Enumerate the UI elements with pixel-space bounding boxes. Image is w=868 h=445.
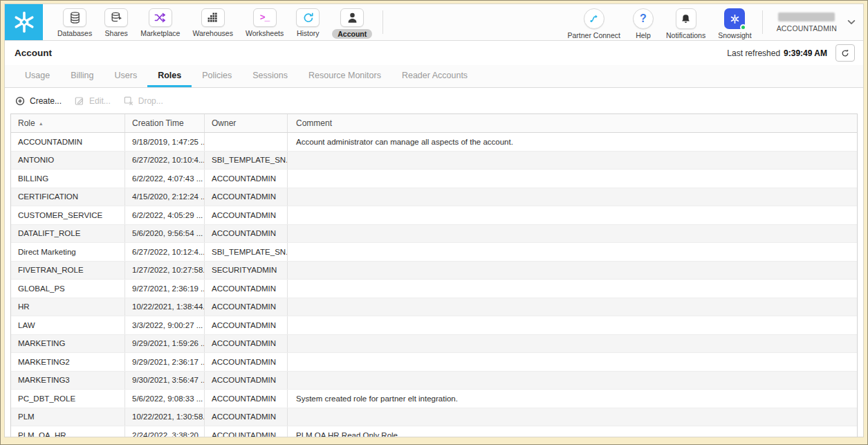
cell-comment [288,243,857,261]
table-row[interactable]: PLM 10/22/2021, 1:30:58... ACCOUNTADMIN [11,408,857,427]
last-refreshed-time: 9:39:49 AM [784,48,827,58]
table-row[interactable]: GLOBAL_PS 9/27/2021, 2:36:19 ... ACCOUNT… [11,280,857,298]
table-row[interactable]: PLM_QA_HR 2/24/2022, 3:38:20... ACCOUNTA… [11,426,857,437]
roles-toolbar: Create... Edit... Drop... [5,88,863,113]
cell-owner: ACCOUNTADMIN [205,225,288,243]
history-circular-arrow-icon [296,8,320,27]
cell-comment: System created role for partner elt inte… [288,390,857,408]
table-row[interactable]: HR 10/22/2021, 1:38:44... ACCOUNTADMIN [11,298,857,317]
nav-spacer [387,4,561,40]
cell-creation-time: 9/30/2021, 3:56:47 ... [125,372,205,390]
cell-creation-time: 9/29/2021, 1:59:26 ... [125,335,205,353]
tab-resource-monitors[interactable]: Resource Monitors [298,65,391,87]
chevron-down-icon[interactable] [847,17,856,27]
user-current-role: ACCOUNTADMIN [777,24,837,33]
sort-asc-icon: ▲ [39,121,44,126]
cell-owner [205,133,288,151]
nav-item-notifications[interactable]: Notifications [660,8,712,40]
cell-comment [288,372,857,390]
snowflake-icon [12,10,37,35]
refresh-area: Last refreshed 9:39:49 AM [727,44,855,62]
table-row[interactable]: CUSTOMER_SERVICE 6/2/2022, 4:05:29 ... A… [11,206,857,225]
cell-role: MARKETING [11,335,125,353]
warehouses-grid-icon [201,8,225,27]
cell-role: GLOBAL_PS [11,280,125,298]
edit-button[interactable]: Edit... [74,96,111,107]
cell-role: LAW [11,316,125,334]
tab-billing[interactable]: Billing [60,65,104,87]
nav-label-marketplace: Marketplace [140,29,180,37]
nav-label-partner-connect: Partner Connect [568,31,620,39]
table-row[interactable]: ANTONIO 6/27/2022, 10:10:4... SBI_TEMPLA… [11,152,857,170]
tab-sessions[interactable]: Sessions [242,65,298,87]
nav-item-warehouses[interactable]: Warehouses [186,8,239,40]
table-row[interactable]: PC_DBT_ROLE 5/6/2022, 9:08:33 ... ACCOUN… [11,390,857,408]
nav-item-help[interactable]: ? Help [627,8,660,40]
cell-role: MARKETING2 [11,353,125,371]
tab-users[interactable]: Users [104,65,148,87]
snowsight-status-dot [740,24,746,30]
cell-comment: PLM QA HR Read Only Role [288,426,857,437]
cell-creation-time: 9/29/2021, 2:36:17 ... [125,353,205,371]
cell-role: ACCOUNTADMIN [11,133,125,151]
table-row[interactable]: DATALIFT_ROLE 5/6/2020, 9:56:54 ... ACCO… [11,225,857,244]
cell-comment [288,225,857,243]
nav-label-help: Help [636,31,651,39]
cell-role: PLM_QA_HR [11,426,125,437]
role-header-label: Role [18,118,35,128]
nav-item-partner-connect[interactable]: Partner Connect [562,8,627,40]
table-row[interactable]: LAW 3/3/2022, 9:00:27 ... ACCOUNTADMIN [11,316,857,335]
cell-creation-time: 2/24/2022, 3:38:20... [125,426,205,437]
cell-creation-time: 1/27/2022, 10:27:58... [125,262,205,280]
worksheets-terminal-icon: >_ [253,8,277,27]
nav-label-warehouses: Warehouses [192,29,233,37]
nav-label-databases: Databases [57,29,92,37]
cell-creation-time: 3/3/2022, 9:00:27 ... [125,316,205,334]
cell-owner: ACCOUNTADMIN [205,170,288,188]
cell-creation-time: 5/6/2022, 9:08:33 ... [125,390,205,408]
cell-comment [288,262,857,280]
cell-creation-time: 10/22/2021, 1:38:44... [125,298,205,316]
databases-icon [63,8,86,27]
refresh-button[interactable] [835,44,855,62]
tab-roles[interactable]: Roles [147,65,192,87]
table-row[interactable]: CERTIFICATION 4/15/2020, 2:12:24 ... ACC… [11,188,857,207]
cell-role: BILLING [11,170,125,188]
nav-item-snowsight[interactable]: Snowsight [712,8,757,40]
tab-usage[interactable]: Usage [15,65,60,87]
snowflake-logo[interactable] [5,4,43,40]
nav-item-marketplace[interactable]: Marketplace [134,8,186,40]
secondary-nav: Partner Connect ? Help Notifications [562,4,758,40]
column-header-owner[interactable]: Owner [205,114,288,132]
nav-item-history[interactable]: History [290,8,326,40]
snowflake-classic-console: Databases Shares [4,3,864,437]
snowsight-icon [724,8,745,29]
cell-role: PLM [11,408,125,426]
nav-label-notifications: Notifications [666,31,705,39]
table-row[interactable]: ACCOUNTADMIN 9/18/2019, 1:47:25 ... Acco… [11,133,857,152]
top-nav: Databases Shares [5,4,863,41]
tab-reader-accounts[interactable]: Reader Accounts [391,65,478,87]
cell-comment [288,188,857,206]
nav-item-shares[interactable]: Shares [98,8,134,40]
table-row[interactable]: MARKETING3 9/30/2021, 3:56:47 ... ACCOUN… [11,372,857,390]
column-header-comment[interactable]: Comment [288,114,857,132]
user-menu[interactable]: ACCOUNTADMIN [767,4,863,40]
table-row[interactable]: MARKETING2 9/29/2021, 2:36:17 ... ACCOUN… [11,353,857,372]
cell-role: Direct Marketing [11,243,125,261]
column-header-role[interactable]: Role ▲ [11,114,125,132]
table-row[interactable]: Direct Marketing 6/27/2022, 10:12:4... S… [11,243,857,262]
cell-owner: ACCOUNTADMIN [205,426,288,437]
column-header-creation-time[interactable]: Creation Time [125,114,205,132]
table-row[interactable]: FIVETRAN_ROLE 1/27/2022, 10:27:58... SEC… [11,262,857,280]
nav-item-account[interactable]: Account [326,8,378,40]
nav-item-databases[interactable]: Databases [51,8,98,40]
tab-policies[interactable]: Policies [192,65,242,87]
table-row[interactable]: BILLING 6/2/2022, 4:07:43 ... ACCOUNTADM… [11,170,857,188]
create-button[interactable]: Create... [15,96,62,107]
cell-owner: ACCOUNTADMIN [205,316,288,334]
drop-button[interactable]: Drop... [123,96,163,107]
nav-item-worksheets[interactable]: >_ Worksheets [239,8,290,40]
user-name-redacted [778,12,835,21]
table-row[interactable]: MARKETING 9/29/2021, 1:59:26 ... ACCOUNT… [11,335,857,354]
